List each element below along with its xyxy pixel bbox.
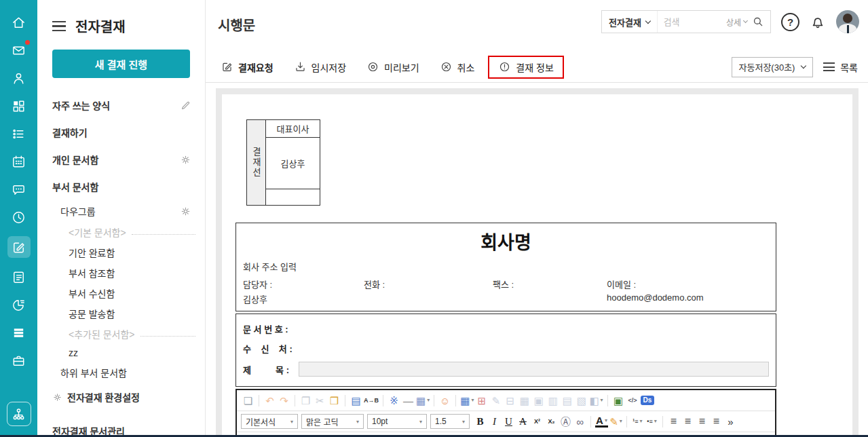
search-input[interactable] <box>658 17 726 27</box>
split-cells-icon[interactable]: ▥ <box>546 393 559 408</box>
more-tools-icon[interactable]: » <box>724 414 737 429</box>
sidebar-item-dept-docbox[interactable]: 부서 문서함 <box>37 173 205 200</box>
align-center-icon[interactable]: ≡ <box>681 414 694 429</box>
sidebar-item-label: 하위 부서 문서함 <box>60 366 127 379</box>
cut-icon[interactable]: ✂ <box>314 393 326 408</box>
briefcase-icon[interactable] <box>7 352 31 369</box>
profile-icon[interactable] <box>7 69 31 87</box>
font-color-icon[interactable]: A▾ <box>595 415 608 428</box>
superscript-icon[interactable]: X² <box>531 414 544 429</box>
temp-save-button[interactable]: 임시저장 <box>287 56 354 79</box>
ordered-list-icon[interactable]: ¹≡▾ <box>631 414 644 429</box>
insert-row-icon[interactable]: ⊞ <box>475 393 488 408</box>
subject-input[interactable] <box>299 362 769 377</box>
col-insert-icon[interactable]: ▤ <box>561 393 573 408</box>
approval-compose-icon[interactable] <box>7 236 31 258</box>
search-detail-toggle[interactable]: 상세 <box>726 16 747 28</box>
sidebar-item-sub-dept-docbox[interactable]: 하위 부서 문서함 <box>37 362 205 383</box>
new-approval-button[interactable]: 새 결재 진행 <box>52 50 190 78</box>
notifications-bell-icon[interactable] <box>810 13 826 31</box>
sidebar-item-approve[interactable]: 결재하기 <box>37 119 205 146</box>
image-icon[interactable]: ▣ <box>612 393 625 408</box>
copy-icon[interactable]: ❐ <box>299 393 312 408</box>
sidebar-item-personal-docbox[interactable]: 개인 문서함 <box>37 146 205 173</box>
sidebar-item-added-docbox[interactable]: <추가된 문서함> <box>37 324 205 344</box>
gear-icon[interactable] <box>180 154 191 166</box>
report-icon[interactable] <box>7 296 31 314</box>
search-icon[interactable] <box>752 16 764 28</box>
autosave-select[interactable]: 자동저장(30초) <box>732 57 814 77</box>
font-select[interactable]: 맑은 고딕▾ <box>301 414 364 429</box>
sidebar-item-eapproval-settings[interactable]: 전자결재 환경설정 <box>37 383 205 411</box>
sidebar-item-dawoo-group[interactable]: 다우그룹 <box>37 200 205 222</box>
rows-icon[interactable] <box>7 324 31 341</box>
strike-icon[interactable]: A <box>516 414 529 429</box>
select-cells-icon[interactable]: ▦ <box>518 393 531 408</box>
date-insert-icon[interactable]: ▦▾ <box>416 393 430 408</box>
dropdown-caret: ▾ <box>471 398 474 403</box>
table-icon[interactable]: ▦▾ <box>460 393 474 408</box>
size-select[interactable]: 10pt▾ <box>367 414 427 429</box>
emoticon-icon[interactable]: ☺ <box>438 393 451 408</box>
cancel-button[interactable]: 취소 <box>433 56 482 79</box>
justify-icon[interactable]: ≡ <box>710 414 723 429</box>
special-char-icon[interactable]: ※ <box>388 393 400 408</box>
format-select[interactable]: 기본서식▾ <box>241 414 298 429</box>
orgchart-icon[interactable] <box>7 402 31 426</box>
receiver-row: 수 신 처 : <box>243 339 769 358</box>
gear-icon[interactable] <box>180 206 191 217</box>
lineheight-select[interactable]: 1.5▾ <box>430 414 470 429</box>
preview-button[interactable]: 미리보기 <box>360 56 426 79</box>
calendar-icon[interactable] <box>7 153 31 170</box>
hr-icon[interactable]: — <box>402 393 415 408</box>
home-icon[interactable] <box>7 14 31 31</box>
tasks-icon[interactable] <box>7 125 31 142</box>
request-approval-button[interactable]: 결재요청 <box>214 56 280 79</box>
merge-cells-icon[interactable]: ▣ <box>532 393 545 408</box>
subscript-icon[interactable]: X₂ <box>545 414 558 429</box>
erase-cell-icon[interactable]: ✎ <box>489 393 502 408</box>
chat-icon[interactable] <box>7 180 31 198</box>
sidebar-item-frequent-forms[interactable]: 자주 쓰는 양식 <box>37 92 205 119</box>
board-icon[interactable] <box>7 268 31 286</box>
paste-icon[interactable]: ❒ <box>328 393 341 408</box>
sidebar-item-draft-complete[interactable]: 기안 완료함 <box>37 242 205 263</box>
delete-row-icon[interactable]: ⊟ <box>504 393 516 408</box>
apps-icon[interactable] <box>7 97 31 115</box>
pencil-icon[interactable] <box>180 100 191 111</box>
row-insert-icon[interactable]: ▧ <box>575 393 588 408</box>
template-icon[interactable]: ▤ <box>350 393 362 408</box>
bullet-list-icon[interactable]: •≡▾ <box>645 414 658 429</box>
clock-icon[interactable] <box>7 208 31 226</box>
sidebar-item-label: 부서 문서함 <box>52 180 98 193</box>
user-avatar[interactable] <box>836 10 859 33</box>
sidebar-item-dept-receive[interactable]: 부서 수신함 <box>37 283 205 303</box>
font-box-icon[interactable]: Ⓐ <box>559 414 572 429</box>
ds-badge-icon[interactable]: Ds <box>641 396 655 405</box>
menu-hamburger-icon[interactable] <box>52 21 66 32</box>
mail-icon[interactable] <box>7 41 31 59</box>
bold-icon[interactable]: B <box>474 414 487 429</box>
undo-icon[interactable]: ↶ <box>263 393 276 408</box>
approval-info-button[interactable]: 결재 정보 <box>488 56 563 79</box>
help-icon[interactable]: ? <box>781 13 799 31</box>
search-scope-dropdown[interactable]: 전자결재 <box>602 11 658 33</box>
align-right-icon[interactable]: ≡ <box>696 414 709 429</box>
sidebar-item-doc-admin[interactable]: 전자결재 문서관리 <box>37 417 205 437</box>
phone-col: 전화 : <box>364 278 493 305</box>
sidebar-item-official-send[interactable]: 공문 발송함 <box>37 303 205 324</box>
new-doc-icon[interactable]: ❏ <box>242 393 254 408</box>
sidebar-item-zz[interactable]: zz <box>37 344 205 362</box>
redo-icon[interactable]: ↷ <box>278 393 290 408</box>
list-button[interactable]: 목록 <box>823 60 858 74</box>
italic-icon[interactable]: I <box>488 414 501 429</box>
underline-icon[interactable]: U <box>502 414 515 429</box>
link-icon[interactable]: ∞ <box>573 414 586 429</box>
align-left-icon[interactable]: ≡ <box>667 414 680 429</box>
highlight-icon[interactable]: ✎▾ <box>609 414 622 429</box>
find-replace-icon[interactable]: A→B <box>364 393 379 408</box>
code-icon[interactable]: </> <box>626 393 639 408</box>
sidebar-item-default-docbox[interactable]: <기본 문서함> <box>37 222 205 242</box>
sidebar-item-dept-cc[interactable]: 부서 참조함 <box>37 263 205 283</box>
cell-bg-icon[interactable]: ◧▾ <box>589 393 603 408</box>
